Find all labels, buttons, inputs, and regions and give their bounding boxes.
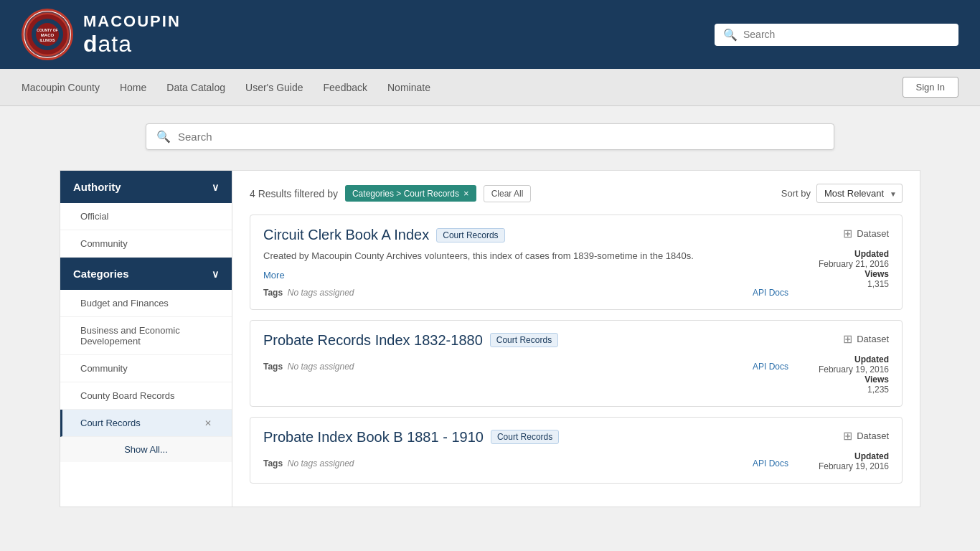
result-3-footer: Tags No tags assigned API Docs xyxy=(263,458,788,468)
sidebar: Authority ∨ Official Community Categorie… xyxy=(60,171,232,507)
main-search-bar[interactable]: 🔍 xyxy=(146,123,834,150)
result-1-updated-value: February 21, 2016 xyxy=(788,259,889,269)
sort-select-wrapper: Most Relevant xyxy=(816,184,903,203)
result-card-1-body: Created by Macoupin County Archives volu… xyxy=(263,249,889,298)
categories-section-header[interactable]: Categories ∨ xyxy=(60,258,232,290)
nav-users-guide[interactable]: User's Guide xyxy=(245,82,303,93)
authority-chevron-icon: ∨ xyxy=(212,182,219,193)
header-search-icon: 🔍 xyxy=(723,28,738,42)
result-2-title: Probate Records Index 1832-1880 xyxy=(263,332,483,349)
result-1-more-link[interactable]: More xyxy=(263,270,285,281)
result-1-left: Created by Macoupin County Archives volu… xyxy=(263,249,788,298)
result-1-title-row: Circuit Clerk Book A Index Court Records xyxy=(263,227,505,243)
sidebar-item-court-records[interactable]: Court Records ✕ xyxy=(60,410,232,437)
sidebar-item-budget[interactable]: Budget and Finances xyxy=(60,290,232,317)
results-header: 4 Results filtered by Categories > Court… xyxy=(250,184,903,203)
logo-area: COUNTY OF MACO ILLINOIS MACOUPIN data xyxy=(22,9,181,60)
nav-feedback[interactable]: Feedback xyxy=(324,82,367,93)
result-3-right: Updated February 19, 2016 xyxy=(788,451,889,471)
results-filter-row: 4 Results filtered by Categories > Court… xyxy=(250,185,531,202)
result-2-views-value: 1,235 xyxy=(788,385,889,395)
result-3-category-badge[interactable]: Court Records xyxy=(491,430,559,444)
result-1-title: Circuit Clerk Book A Index xyxy=(263,227,429,243)
svg-text:ILLINOIS: ILLINOIS xyxy=(39,38,55,42)
result-card-2-body: Tags No tags assigned API Docs Updated F… xyxy=(263,354,889,395)
result-3-updated-value: February 19, 2016 xyxy=(788,461,889,471)
result-3-left: Tags No tags assigned API Docs xyxy=(263,451,788,468)
result-2-updated: Updated February 19, 2016 xyxy=(788,354,889,375)
result-1-type-label: Dataset xyxy=(857,228,889,239)
main-content: 🔍 Authority ∨ Official Community Categor… xyxy=(31,106,949,524)
nav-data-catalog[interactable]: Data Catalog xyxy=(166,82,225,93)
result-3-tags-label: Tags xyxy=(263,458,283,468)
sidebar-item-county-board[interactable]: County Board Records xyxy=(60,382,232,410)
result-3-title-row: Probate Index Book B 1881 - 1910 Court R… xyxy=(263,429,559,446)
filter-remove-icon[interactable]: × xyxy=(463,188,469,199)
nav-macoupin-county[interactable]: Macoupin County xyxy=(22,82,100,93)
result-2-left: Tags No tags assigned API Docs xyxy=(263,354,788,372)
court-records-remove-icon[interactable]: ✕ xyxy=(204,418,212,428)
main-search-icon: 🔍 xyxy=(156,130,171,143)
sidebar-show-all[interactable]: Show All... xyxy=(60,437,232,462)
result-2-tags-label: Tags xyxy=(263,362,283,372)
sidebar-item-official[interactable]: Official xyxy=(60,203,232,230)
results-area: 4 Results filtered by Categories > Court… xyxy=(232,171,920,507)
authority-label: Authority xyxy=(73,181,121,193)
result-3-api-docs[interactable]: API Docs xyxy=(753,458,788,468)
nav-nominate[interactable]: Nominate xyxy=(387,82,430,93)
result-2-type-label: Dataset xyxy=(857,334,889,344)
result-1-updated-label: Updated xyxy=(788,249,889,259)
nav-links: Macoupin County Home Data Catalog User's… xyxy=(22,82,430,93)
result-1-api-docs[interactable]: API Docs xyxy=(753,288,788,298)
logo-emblem: COUNTY OF MACO ILLINOIS xyxy=(24,11,70,57)
nav-home[interactable]: Home xyxy=(120,82,146,93)
results-count: 4 Results filtered by xyxy=(250,188,338,199)
result-3-updated-label: Updated xyxy=(788,451,889,461)
header-search-input[interactable] xyxy=(743,29,950,40)
result-3-type-label: Dataset xyxy=(857,430,889,441)
sign-in-button[interactable]: Sign In xyxy=(903,77,958,98)
dataset-icon-3: ⊞ xyxy=(843,429,852,443)
sort-row: Sort by Most Relevant xyxy=(781,184,903,203)
svg-text:MACO: MACO xyxy=(41,33,55,37)
svg-text:COUNTY OF: COUNTY OF xyxy=(37,28,57,32)
clear-all-button[interactable]: Clear All xyxy=(484,185,532,202)
result-2-type: ⊞ Dataset xyxy=(843,332,889,346)
result-1-right: Updated February 21, 2016 Views 1,315 xyxy=(788,249,889,289)
brand-macoupin: MACOUPIN xyxy=(83,12,181,31)
main-search-input[interactable] xyxy=(178,131,824,143)
result-2-api-docs[interactable]: API Docs xyxy=(753,362,788,372)
result-card-3-header: Probate Index Book B 1881 - 1910 Court R… xyxy=(263,429,889,446)
result-3-title: Probate Index Book B 1881 - 1910 xyxy=(263,429,484,446)
result-3-updated: Updated February 19, 2016 xyxy=(788,451,889,471)
result-3-type: ⊞ Dataset xyxy=(843,429,889,443)
brand-data-bold: d xyxy=(83,31,98,57)
result-card-2-header: Probate Records Index 1832-1880 Court Re… xyxy=(263,332,889,349)
header-search-box[interactable]: 🔍 xyxy=(715,24,958,46)
authority-section-header[interactable]: Authority ∨ xyxy=(60,171,232,203)
result-2-right: Updated February 19, 2016 Views 1,235 xyxy=(788,354,889,395)
result-card-2: Probate Records Index 1832-1880 Court Re… xyxy=(250,320,903,407)
sidebar-item-community-authority[interactable]: Community xyxy=(60,230,232,258)
result-2-updated-label: Updated xyxy=(788,354,889,364)
sort-select[interactable]: Most Relevant xyxy=(816,184,903,203)
result-2-title-row: Probate Records Index 1832-1880 Court Re… xyxy=(263,332,558,349)
result-2-category-badge[interactable]: Court Records xyxy=(490,333,558,347)
result-1-footer: Tags No tags assigned API Docs xyxy=(263,288,788,298)
result-1-category-badge[interactable]: Court Records xyxy=(436,228,504,242)
result-card-1: Circuit Clerk Book A Index Court Records… xyxy=(250,215,903,310)
sidebar-item-business[interactable]: Business and Economic Developement xyxy=(60,317,232,355)
result-1-views-value: 1,315 xyxy=(788,279,889,289)
brand-data: data xyxy=(83,31,181,57)
result-3-tags: Tags No tags assigned xyxy=(263,458,354,468)
header-search-area: 🔍 xyxy=(715,24,958,46)
result-1-views: Views 1,315 xyxy=(788,269,889,289)
dataset-icon-2: ⊞ xyxy=(843,332,852,346)
categories-chevron-icon: ∨ xyxy=(212,268,219,280)
result-1-tags-value: No tags assigned xyxy=(288,288,354,298)
filter-badge: Categories > Court Records × xyxy=(345,185,476,202)
sidebar-item-community-cat[interactable]: Community xyxy=(60,355,232,382)
content-layout: Authority ∨ Official Community Categorie… xyxy=(60,170,920,507)
result-card-3-body: Tags No tags assigned API Docs Updated F… xyxy=(263,451,889,471)
result-1-tags: Tags No tags assigned xyxy=(263,288,354,298)
